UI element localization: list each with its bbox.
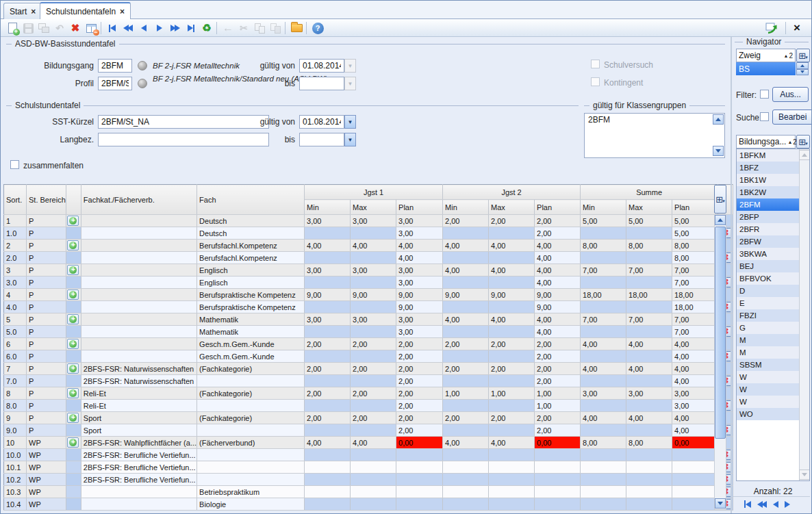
cell-fachkat[interactable]: 2BFS-FSR: Berufliche Vertiefun... [81, 461, 196, 474]
cell-value[interactable]: 7,00 [581, 264, 626, 277]
zweig-column-header[interactable]: Zweig ▲2 [736, 49, 796, 62]
spin-up-icon[interactable] [796, 62, 809, 69]
cell-fach[interactable]: Berufsfachl.Kompetenz [197, 240, 305, 252]
col-header-2[interactable] [66, 185, 81, 215]
cell-value[interactable] [535, 449, 581, 461]
cell-value[interactable] [305, 400, 351, 412]
cell-value[interactable]: 4,00 [489, 240, 535, 252]
cell-value[interactable]: 3,00 [396, 313, 443, 326]
cell-value[interactable]: 3,00 [351, 215, 396, 227]
cell-value[interactable] [443, 449, 489, 461]
scroll-down-icon[interactable] [713, 146, 724, 156]
cell-value[interactable]: 2,00 [443, 363, 489, 375]
cell-value[interactable] [626, 252, 672, 264]
cell-value[interactable]: 5,00 [581, 215, 626, 227]
zweig-column-chooser-button[interactable]: ⊞▾ [796, 49, 810, 62]
sub-header-min[interactable]: Min [581, 200, 626, 215]
cell-fachkat[interactable]: 2BFS-FSR: Wahlpflichtfächer (a... [81, 437, 196, 449]
list-item[interactable]: G [737, 322, 799, 334]
cell-value[interactable]: 3,00 [396, 277, 443, 289]
cell-value[interactable]: 4,00 [672, 363, 718, 375]
cell-value[interactable]: 2,00 [535, 363, 581, 375]
cell-fachkat[interactable] [81, 301, 196, 313]
cell-fach[interactable] [197, 400, 305, 412]
cell-value[interactable]: 0,00 [396, 437, 443, 449]
scroll-down-icon[interactable] [715, 498, 726, 509]
cell-value[interactable]: 18,00 [626, 289, 672, 301]
cell-value[interactable]: 3,00 [396, 264, 443, 277]
cell-fachkat[interactable] [81, 338, 196, 350]
cell-value[interactable] [443, 461, 489, 474]
cell-value[interactable]: 4,00 [351, 437, 396, 449]
delete-record-button[interactable]: ✖ [68, 21, 83, 36]
cell-value[interactable]: 2,00 [351, 338, 396, 350]
cell-value[interactable]: 4,00 [626, 412, 672, 424]
basis-bis-field[interactable] [299, 77, 344, 90]
cell-value[interactable] [489, 375, 535, 387]
cell-value[interactable]: 2,00 [535, 338, 581, 350]
cell-value[interactable] [443, 474, 489, 486]
cell-fach[interactable]: Deutsch [197, 227, 305, 240]
cell-fach[interactable]: Berufspraktische Kompetenz [197, 301, 305, 313]
cell-fach[interactable] [197, 375, 305, 387]
add-row-button[interactable]: + [67, 265, 79, 275]
cell-fachkat[interactable] [81, 264, 196, 277]
cell-value[interactable]: 4,00 [489, 437, 535, 449]
cell-value[interactable]: 8,00 [672, 240, 718, 252]
cell-value[interactable]: 9,00 [396, 301, 443, 313]
list-item[interactable]: BFBVOK [737, 272, 799, 285]
list-scrollbar[interactable] [799, 149, 810, 480]
cell-value[interactable]: 1,00 [535, 387, 581, 400]
zweig-selected-item[interactable]: BS [736, 62, 796, 75]
cell-fach[interactable]: Mathematik [197, 313, 305, 326]
cell-value[interactable] [581, 277, 626, 289]
cell-fachkat[interactable]: Sport [81, 424, 196, 437]
cell-value[interactable] [581, 498, 626, 511]
cell-value[interactable] [672, 461, 718, 474]
cell-value[interactable] [581, 301, 626, 313]
cell-value[interactable] [581, 252, 626, 264]
cell-value[interactable]: 7,00 [626, 264, 672, 277]
add-row-button[interactable]: + [67, 339, 79, 349]
cell-value[interactable] [489, 227, 535, 240]
cell-fach[interactable]: Mathematik [197, 326, 305, 338]
cell-value[interactable] [351, 400, 396, 412]
cell-value[interactable]: 3,00 [396, 215, 443, 227]
cell-fachkat[interactable] [81, 215, 196, 227]
cell-fachkat[interactable]: 2BFS-FSR: Berufliche Vertiefun... [81, 474, 196, 486]
scroll-up-icon[interactable] [799, 150, 810, 160]
cell-value[interactable] [443, 326, 489, 338]
basis-gueltig-von-field[interactable] [299, 59, 344, 73]
spin-down-icon[interactable] [796, 69, 809, 76]
cell-value[interactable]: 7,00 [626, 313, 672, 326]
switch-view-button[interactable] [765, 21, 780, 36]
list-item[interactable]: 2BFR [737, 223, 799, 235]
cell-value[interactable] [626, 486, 672, 498]
cell-value[interactable] [305, 449, 351, 461]
cell-value[interactable] [443, 498, 489, 511]
cell-value[interactable]: 2,00 [535, 412, 581, 424]
cell-value[interactable]: 8,00 [581, 437, 626, 449]
cell-value[interactable]: 4,00 [443, 313, 489, 326]
cell-value[interactable] [581, 227, 626, 240]
cell-value[interactable] [626, 449, 672, 461]
cell-value[interactable] [489, 424, 535, 437]
filter-checkbox[interactable] [760, 90, 769, 99]
chevron-down-icon[interactable]: ▼ [344, 133, 356, 146]
cell-value[interactable] [489, 350, 535, 363]
cell-value[interactable]: 2,00 [443, 215, 489, 227]
add-row-button[interactable]: + [67, 413, 79, 423]
cell-value[interactable] [489, 400, 535, 412]
cell-fachkat[interactable] [81, 486, 196, 498]
cell-value[interactable]: 3,00 [351, 264, 396, 277]
cell-value[interactable] [581, 424, 626, 437]
cell-fachkat[interactable] [81, 326, 196, 338]
sub-header-plan[interactable]: Plan [396, 200, 443, 215]
cell-value[interactable] [626, 424, 672, 437]
cell-value[interactable]: 7,00 [672, 277, 718, 289]
cell-value[interactable]: 4,00 [535, 264, 581, 277]
cell-value[interactable] [351, 486, 396, 498]
list-item[interactable]: 3BKWA [737, 248, 799, 260]
cell-fach[interactable]: (Fächerverbund) [197, 437, 305, 449]
cell-value[interactable] [305, 461, 351, 474]
